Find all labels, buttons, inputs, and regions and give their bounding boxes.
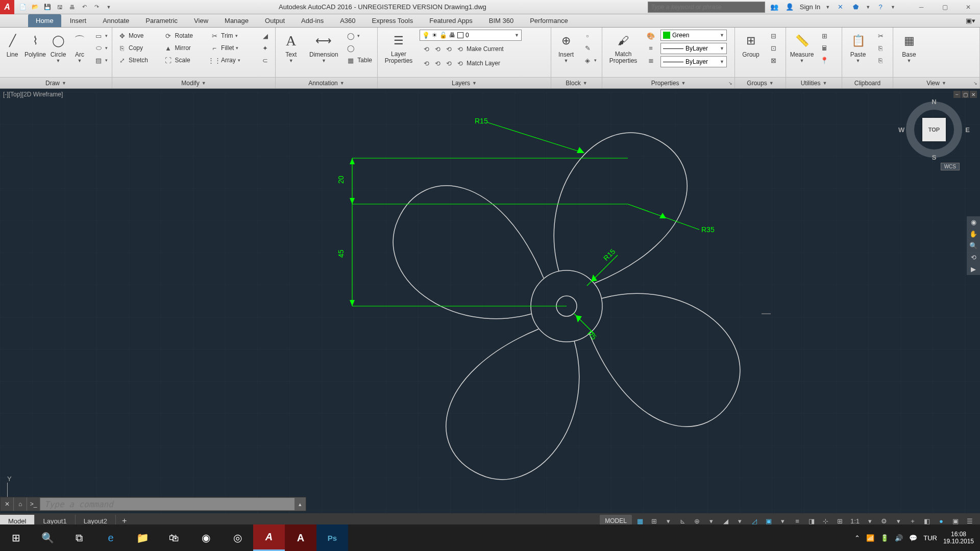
cmd-history-icon[interactable]: ▴ [295,501,306,508]
tab-featured[interactable]: Featured Apps [422,14,480,27]
scale-button[interactable]: ⛶Scale [162,54,205,66]
battery-icon[interactable]: 🔋 [880,534,889,542]
tab-output[interactable]: Output [257,14,292,27]
hatch-button[interactable]: ▨▾ [92,54,110,66]
help-dropdown[interactable]: ▼ [891,5,895,10]
insert-button[interactable]: ⊕Insert▼ [554,30,578,65]
nav-orbit-icon[interactable]: ⟲ [971,254,976,261]
stretch-button[interactable]: ⤢Stretch [115,54,159,66]
measure-button[interactable]: 📏Measure▼ [789,30,815,65]
nav-showmotion-icon[interactable]: ▶ [971,265,976,273]
match-props-button[interactable]: 🖌Match Properties [605,30,641,66]
tab-bim360[interactable]: BIM 360 [481,14,521,27]
lineweight-dropdown[interactable]: ByLayer▼ [660,43,727,54]
quick-calc[interactable]: 🖩 [818,42,831,54]
viewport-label[interactable]: [-][Top][2D Wireframe] [3,91,63,98]
panel-groups-title[interactable]: Groups▼ [735,77,786,88]
edge-icon[interactable]: e [95,524,127,551]
polyline-button[interactable]: ⌇Polyline [24,30,46,60]
a360-dropdown[interactable]: ▼ [866,5,870,10]
volume-icon[interactable]: 🔊 [895,534,903,542]
panel-utilities-title[interactable]: Utilities▼ [786,77,842,88]
group-edit[interactable]: ⊡ [767,42,780,54]
attr-block[interactable]: ◈▾ [581,54,599,66]
base-button[interactable]: ▦Base▼ [896,30,922,65]
tab-insert[interactable]: Insert [62,14,94,27]
maximize-button[interactable]: ▢ [933,0,957,14]
command-input[interactable] [40,498,295,510]
search-icon[interactable]: 🔍 [32,524,63,551]
layer-dropdown[interactable]: 💡 ☀ 🔓 🖶 0 ▼ [420,30,522,41]
tab-annotate[interactable]: Annotate [95,14,137,27]
copybase[interactable]: ⎘ [874,54,887,66]
group-bbox[interactable]: ⊠ [767,54,780,66]
wifi-icon[interactable]: 📶 [866,534,874,542]
panel-layers-title[interactable]: Layers▼ [378,77,551,88]
panel-modify-title[interactable]: Modify▼ [112,77,275,88]
match-layer-button[interactable]: ⟲⟲⟲⟲Match Layer [420,57,522,69]
paste-button[interactable]: 📋Paste▼ [845,30,871,65]
dimension-button[interactable]: ⟷Dimension▼ [306,30,341,65]
copy-clip[interactable]: ⎘ [874,42,887,54]
tab-performance[interactable]: Performance [522,14,575,27]
undo-icon[interactable]: ↶ [79,2,90,12]
store-icon[interactable]: 🛍 [158,524,190,551]
vp-close-icon[interactable]: ✕ [970,91,977,98]
clock[interactable]: 16:08 19.10.2015 [943,531,974,545]
signin-icon[interactable]: 👤 [785,2,795,12]
mirror-button[interactable]: ▲Mirror [162,42,205,54]
id-point[interactable]: 📍 [818,54,831,66]
move-button[interactable]: ✥Move [115,30,159,42]
saveas-icon[interactable]: 🖫 [54,2,65,12]
save-icon[interactable]: 💾 [42,2,53,12]
explode-button[interactable]: ✦ [259,42,272,54]
help-icon[interactable]: ? [875,2,886,12]
camtasia-icon[interactable]: ◎ [222,524,253,551]
color-button[interactable]: 🎨 [644,30,657,42]
close-button[interactable]: ✕ [957,0,980,14]
tab-express[interactable]: Express Tools [364,14,421,27]
redo-icon[interactable]: ↷ [91,2,102,12]
drawing-canvas[interactable]: [-][Top][2D Wireframe] − ▢ ✕ [0,89,980,529]
nav-pan-icon[interactable]: ✋ [969,230,977,238]
tab-parametric[interactable]: Parametric [138,14,185,27]
tab-a360[interactable]: A360 [332,14,363,27]
trim-button[interactable]: ✂Trim▾ [208,30,256,42]
ellipse-button[interactable]: ⬭▾ [92,42,110,54]
edit-block[interactable]: ✎ [581,42,599,54]
notifications-icon[interactable]: 💬 [909,534,917,542]
print-icon[interactable]: 🖶 [66,2,78,12]
line-button[interactable]: ╱Line [3,30,21,60]
vp-max-icon[interactable]: ▢ [962,91,969,98]
nav-wheel-icon[interactable]: ◉ [971,218,976,226]
offset-button[interactable]: ⊂ [259,54,272,66]
vp-min-icon[interactable]: − [953,91,961,98]
linetype-dropdown[interactable]: ByLayer▼ [660,56,727,67]
help-search[interactable] [648,2,765,13]
mleader-button[interactable]: ◯ [344,42,374,54]
chrome-icon[interactable]: ◉ [190,524,222,551]
minimize-button[interactable]: ─ [910,0,933,14]
command-line[interactable]: ✕ ⌂ >_ ▴ [0,497,306,511]
color-dropdown[interactable]: Green▼ [660,30,727,41]
open-icon[interactable]: 📂 [30,2,41,12]
panel-annotation-title[interactable]: Annotation▼ [276,77,377,88]
panel-properties-title[interactable]: Properties▼↘ [602,77,734,88]
a360-icon[interactable]: ⬟ [850,2,861,12]
cmd-prompt-icon[interactable]: >_ [27,497,40,511]
panel-draw-title[interactable]: Draw▼ [0,77,112,88]
start-button[interactable]: ⊞ [0,524,32,551]
panel-block-title[interactable]: Block▼ [551,77,602,88]
panel-view-title[interactable]: View▼↘ [893,77,979,88]
erase-button[interactable]: ◢ [259,30,272,42]
tab-view[interactable]: View [186,14,216,27]
language-button[interactable]: TUR [923,534,937,542]
make-current-button[interactable]: ⟲⟲⟲⟲Make Current [420,43,522,55]
ungroup[interactable]: ⊟ [767,30,780,42]
ribbon-minimize-icon[interactable]: ▣▾ [961,14,980,27]
create-block[interactable]: ▫ [581,30,599,42]
taskview-icon[interactable]: ⧉ [63,524,95,551]
text-button[interactable]: AText▼ [279,30,303,65]
layer-properties-button[interactable]: ☰Layer Properties [381,30,416,66]
infocenter-icon[interactable]: 👥 [769,2,779,12]
